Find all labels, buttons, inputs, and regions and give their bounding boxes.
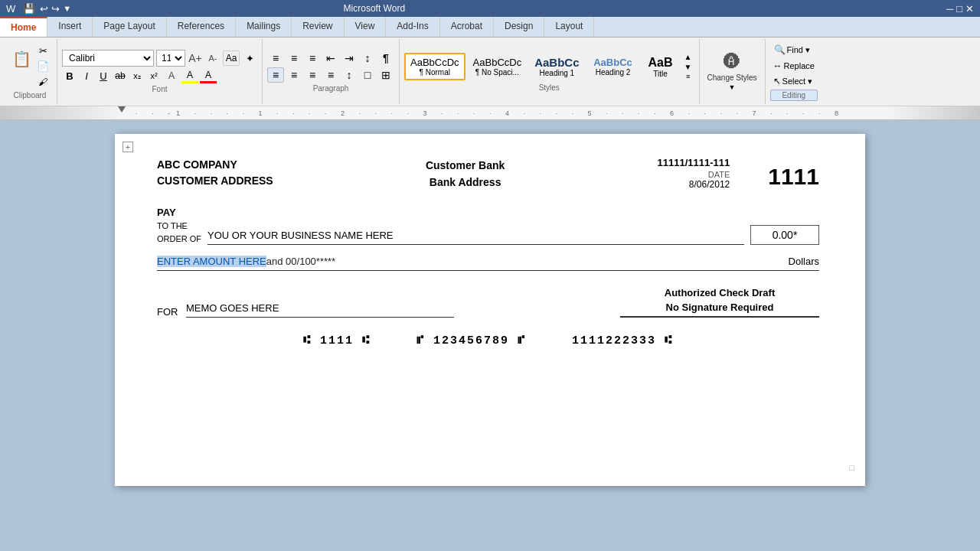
quick-redo[interactable]: ↪ (51, 3, 60, 15)
pay-row: PAY TO THE ORDER OF YOU OR YOUR BUSINESS… (157, 205, 819, 246)
increase-indent-btn[interactable]: ⇥ (341, 51, 358, 66)
font-group-label: Font (62, 85, 257, 93)
style-title[interactable]: AaB Title (642, 53, 680, 81)
toolbar: 📋 ✂ 📄 🖌 Clipboard Calibri 11 A+ A- Aa ✦ … (0, 37, 980, 106)
shading-btn[interactable]: □ (359, 67, 376, 83)
borders-btn[interactable]: ⊞ (377, 67, 394, 83)
search-icon: 🔍 (774, 44, 786, 55)
sort-btn[interactable]: ↕ (359, 51, 376, 66)
date-value: 8/06/2012 (658, 179, 730, 190)
date-label: DATE (658, 170, 730, 179)
bullets-btn[interactable]: ≡ (267, 51, 284, 66)
minimize-btn[interactable]: ─ (946, 3, 953, 15)
font-size-selector[interactable]: 11 (156, 50, 185, 67)
superscript-btn[interactable]: x² (146, 68, 162, 83)
for-label: FOR (157, 306, 180, 318)
tab-home[interactable]: Home (0, 17, 47, 37)
amount-text[interactable]: ENTER AMOUNT HERE and 00/100***** (157, 256, 335, 267)
style-no-spacing[interactable]: AaBbCcDc ¶ No Spaci... (468, 54, 528, 80)
line-spacing-btn[interactable]: ↕ (341, 67, 358, 83)
justify-btn[interactable]: ≡ (322, 67, 339, 83)
strikethrough-btn[interactable]: ab (113, 68, 128, 83)
paragraph-group-label: Paragraph (267, 84, 394, 93)
tab-acrobat[interactable]: Acrobat (440, 17, 494, 37)
styles-group-label: Styles (404, 83, 694, 92)
styles-more-btn[interactable]: ▲ ▼ ≡ (682, 51, 694, 82)
memo-field[interactable]: MEMO GOES HERE (186, 302, 454, 318)
italic-btn[interactable]: I (79, 68, 94, 83)
change-case-btn[interactable]: Aa (223, 51, 240, 66)
tab-review[interactable]: Review (292, 17, 344, 37)
cut-btn[interactable]: ✂ (35, 44, 51, 58)
window-title: Microsoft Word (344, 3, 405, 14)
highlight-btn[interactable]: A (181, 68, 198, 83)
grow-font-btn[interactable]: A+ (188, 51, 203, 66)
select-btn[interactable]: ↖ Select ▾ (770, 74, 818, 88)
quick-undo[interactable]: ↩ (40, 3, 48, 15)
dollars-label: Dollars (789, 256, 819, 267)
micr-check-num: ⑆ 1111 ⑆ (303, 334, 371, 347)
quick-save[interactable]: 💾 (23, 3, 35, 15)
align-right-btn[interactable]: ≡ (304, 67, 321, 83)
align-center-btn[interactable]: ≡ (286, 67, 302, 83)
tab-add-ins[interactable]: Add-Ins (386, 17, 439, 37)
ribbon-top-bar: W 💾 ↩ ↪ ▼ Microsoft Word ─ □ ✕ (0, 0, 980, 17)
auth-memo-section: FOR MEMO GOES HERE Authorized Check Draf… (157, 285, 819, 318)
subscript-btn[interactable]: x₂ (129, 68, 145, 83)
select-icon: ↖ (773, 76, 781, 86)
tab-layout[interactable]: Layout (544, 17, 594, 37)
memo-row: FOR MEMO GOES HERE (157, 302, 454, 318)
tab-view[interactable]: View (345, 17, 387, 37)
auth-line2: No Signature Required (620, 302, 819, 313)
document-page: + ABC COMPANY CUSTOMER ADDRESS Customer … (115, 134, 865, 486)
editing-label-badge: Editing (770, 90, 818, 101)
change-styles-btn[interactable]: 🅐 Change Styles ▼ (707, 52, 757, 91)
payee-line[interactable]: YOU OR YOUR BUSINESS NAME HERE (207, 230, 744, 245)
amount-box[interactable]: 0.00* (750, 225, 819, 245)
ribbon-tabs: Home Insert Page Layout References Maili… (0, 17, 980, 37)
tab-mailings[interactable]: Mailings (236, 17, 292, 37)
numbering-btn[interactable]: ≡ (286, 51, 302, 66)
format-painter-btn[interactable]: 🖌 (35, 75, 51, 89)
font-group: Calibri 11 A+ A- Aa ✦ B I U ab x₂ x² A A… (57, 39, 263, 104)
style-heading2[interactable]: AaBbCc Heading 2 (587, 54, 639, 80)
align-left-btn[interactable]: ≡ (267, 67, 284, 83)
paste-btn[interactable]: 📋 (9, 44, 34, 73)
pay-label: PAY TO THE ORDER OF (157, 205, 201, 246)
decrease-indent-btn[interactable]: ⇤ (322, 51, 339, 66)
font-color-btn[interactable]: A (200, 68, 217, 83)
bank-info: Customer Bank Bank Address (426, 157, 505, 191)
change-styles-label: Change Styles (707, 73, 757, 82)
bold-btn[interactable]: B (62, 68, 77, 83)
maximize-btn[interactable]: □ (956, 3, 962, 15)
styles-group: AaBbCcDc ¶ Normal AaBbCcDc ¶ No Spaci...… (400, 39, 700, 104)
check-number: 1111 (768, 164, 819, 190)
auth-line1: Authorized Check Draft (620, 285, 819, 302)
font-name-selector[interactable]: Calibri (62, 50, 154, 67)
close-btn[interactable]: ✕ (965, 3, 974, 15)
text-effects-btn[interactable]: A (163, 68, 180, 83)
style-normal[interactable]: AaBbCcDc ¶ Normal (404, 53, 466, 80)
tab-references[interactable]: References (167, 17, 236, 37)
clear-format-btn[interactable]: ✦ (242, 51, 257, 66)
page-anchor[interactable]: + (122, 142, 133, 152)
check-header: ABC COMPANY CUSTOMER ADDRESS Customer Ba… (157, 157, 819, 191)
micr-line: ⑆ 1111 ⑆ ⑈ 123456789 ⑈ 1111222333 ⑆ (157, 334, 819, 347)
quick-customize[interactable]: ▼ (63, 4, 71, 13)
copy-btn[interactable]: 📄 (35, 60, 51, 73)
show-marks-btn[interactable]: ¶ (377, 51, 394, 66)
editing-group: 🔍 Find ▾ ↔ Replace ↖ Select ▾ Editing (766, 39, 822, 104)
clipboard-label: Clipboard (14, 91, 47, 99)
multilevel-btn[interactable]: ≡ (304, 51, 321, 66)
document-area: + ABC COMPANY CUSTOMER ADDRESS Customer … (0, 120, 980, 500)
replace-btn[interactable]: ↔ Replace (770, 59, 818, 73)
find-btn[interactable]: 🔍 Find ▾ (770, 42, 818, 57)
shrink-font-btn[interactable]: A- (205, 51, 220, 66)
style-heading1[interactable]: AaBbCc Heading 1 (529, 53, 584, 80)
routing-check-area: 11111/1111-111 DATE 8/06/2012 1111 (658, 157, 819, 190)
tab-page-layout[interactable]: Page Layout (93, 17, 166, 37)
tab-design[interactable]: Design (494, 17, 544, 37)
tab-insert[interactable]: Insert (47, 17, 93, 37)
underline-btn[interactable]: U (96, 68, 111, 83)
auth-area: Authorized Check Draft No Signature Requ… (620, 285, 819, 318)
